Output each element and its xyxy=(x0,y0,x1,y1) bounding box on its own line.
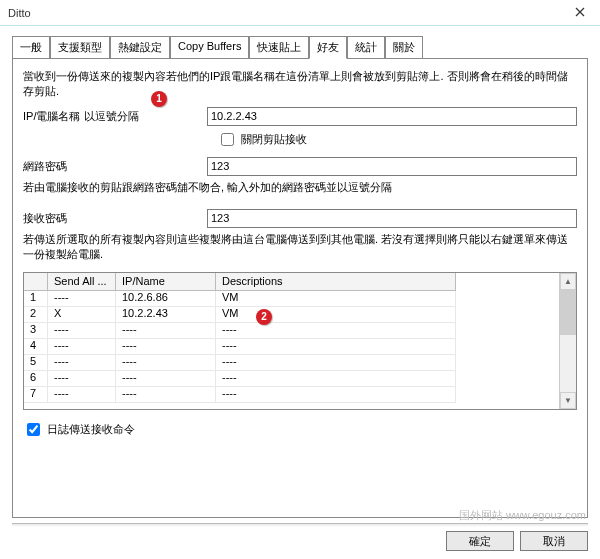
log-row: 日誌傳送接收命令 xyxy=(23,420,577,439)
cell-desc: ---- xyxy=(216,371,456,387)
ip-input[interactable] xyxy=(207,107,577,126)
cancel-button[interactable]: 取消 xyxy=(520,531,588,551)
tab-copy-buffers[interactable]: Copy Buffers xyxy=(170,36,249,59)
tab-general[interactable]: 一般 xyxy=(12,36,50,59)
window-title: Ditto xyxy=(8,7,560,19)
grid-scrollbar[interactable]: ▲ ▼ xyxy=(559,273,576,409)
cell-desc: ---- xyxy=(216,355,456,371)
net-pwd-label: 網路密碼 xyxy=(23,159,207,174)
close-receive-checkbox[interactable] xyxy=(221,133,234,146)
cell-index: 5 xyxy=(24,355,48,371)
close-receive-row: 關閉剪貼接收 xyxy=(217,130,577,149)
cell-send: ---- xyxy=(48,355,116,371)
field-recv-pwd: 接收密碼 xyxy=(23,209,577,228)
scroll-up-button[interactable]: ▲ xyxy=(560,273,576,290)
table-row[interactable]: 1----10.2.6.86VM xyxy=(24,291,559,307)
table-row[interactable]: 3------------ xyxy=(24,323,559,339)
scroll-thumb[interactable] xyxy=(560,290,576,335)
close-receive-label: 關閉剪貼接收 xyxy=(241,132,307,147)
cell-index: 7 xyxy=(24,387,48,403)
cell-desc: ---- xyxy=(216,339,456,355)
field-ip: 1 IP/電腦名稱 以逗號分隔 xyxy=(23,107,577,126)
close-button[interactable] xyxy=(560,0,600,26)
client-area: 一般 支援類型 熱鍵設定 Copy Buffers 快速貼上 好友 統計 關於 … xyxy=(0,26,600,559)
annotation-badge-2: 2 xyxy=(256,309,272,325)
cell-desc: ---- xyxy=(216,387,456,403)
cell-index: 3 xyxy=(24,323,48,339)
tab-friends[interactable]: 好友 xyxy=(309,36,347,59)
table-row[interactable]: 2X10.2.2.43VM xyxy=(24,307,559,323)
cell-desc: VM xyxy=(216,291,456,307)
cell-ip: ---- xyxy=(116,371,216,387)
grid-header-desc[interactable]: Descriptions xyxy=(216,273,456,291)
close-icon xyxy=(575,7,585,19)
recv-pwd-input[interactable] xyxy=(207,209,577,228)
cell-send: ---- xyxy=(48,387,116,403)
grid-header-index[interactable] xyxy=(24,273,48,291)
cell-ip: 10.2.2.43 xyxy=(116,307,216,323)
cell-index: 4 xyxy=(24,339,48,355)
tab-hotkeys[interactable]: 熱鍵設定 xyxy=(110,36,170,59)
cell-desc: VM xyxy=(216,307,456,323)
title-bar: Ditto xyxy=(0,0,600,26)
field-net-pwd: 網路密碼 xyxy=(23,157,577,176)
intro-text: 當收到一份傳送來的複製內容若他們的IP跟電腦名稱在這份清單上則會被放到剪貼簿上.… xyxy=(23,69,577,99)
tab-quickpaste[interactable]: 快速貼上 xyxy=(249,36,309,59)
tab-supported[interactable]: 支援類型 xyxy=(50,36,110,59)
cell-send: ---- xyxy=(48,339,116,355)
scroll-down-button[interactable]: ▼ xyxy=(560,392,576,409)
cell-send: ---- xyxy=(48,371,116,387)
recv-pwd-label: 接收密碼 xyxy=(23,211,207,226)
scroll-track[interactable] xyxy=(560,290,576,392)
friends-grid: 2 Send All ... IP/Name Descriptions 1---… xyxy=(23,272,577,410)
cell-ip: ---- xyxy=(116,339,216,355)
cell-index: 6 xyxy=(24,371,48,387)
cell-ip: ---- xyxy=(116,355,216,371)
table-row[interactable]: 4------------ xyxy=(24,339,559,355)
tab-about[interactable]: 關於 xyxy=(385,36,423,59)
grid-header-send[interactable]: Send All ... xyxy=(48,273,116,291)
annotation-badge-1: 1 xyxy=(151,91,167,107)
cell-send: X xyxy=(48,307,116,323)
tab-strip: 一般 支援類型 熱鍵設定 Copy Buffers 快速貼上 好友 統計 關於 xyxy=(12,36,588,58)
grid-body[interactable]: Send All ... IP/Name Descriptions 1----1… xyxy=(24,273,559,409)
grid-header-ip[interactable]: IP/Name xyxy=(116,273,216,291)
tab-stats[interactable]: 統計 xyxy=(347,36,385,59)
grid-header-row: Send All ... IP/Name Descriptions xyxy=(24,273,559,291)
log-checkbox[interactable] xyxy=(27,423,40,436)
cell-index: 2 xyxy=(24,307,48,323)
cell-send: ---- xyxy=(48,291,116,307)
table-row[interactable]: 6------------ xyxy=(24,371,559,387)
cell-desc: ---- xyxy=(216,323,456,339)
log-label: 日誌傳送接收命令 xyxy=(47,422,135,437)
cell-ip: ---- xyxy=(116,387,216,403)
tab-panel-friends: 當收到一份傳送來的複製內容若他們的IP跟電腦名稱在這份清單上則會被放到剪貼簿上.… xyxy=(12,58,588,518)
cell-index: 1 xyxy=(24,291,48,307)
net-pwd-note: 若由電腦接收的剪貼跟網路密碼舖不吻合, 輸入外加的網路密碼並以逗號分隔 xyxy=(23,180,577,195)
cell-ip: 10.2.6.86 xyxy=(116,291,216,307)
ip-label: IP/電腦名稱 以逗號分隔 xyxy=(23,109,207,124)
cell-ip: ---- xyxy=(116,323,216,339)
table-row[interactable]: 5------------ xyxy=(24,355,559,371)
table-row[interactable]: 7------------ xyxy=(24,387,559,403)
dialog-button-bar: 確定 取消 xyxy=(12,531,588,551)
send-note: 若傳送所選取的所有複製內容則這些複製將由這台電腦傳送到到其他電腦. 若沒有選擇則… xyxy=(23,232,577,262)
net-pwd-input[interactable] xyxy=(207,157,577,176)
cell-send: ---- xyxy=(48,323,116,339)
ok-button[interactable]: 確定 xyxy=(446,531,514,551)
